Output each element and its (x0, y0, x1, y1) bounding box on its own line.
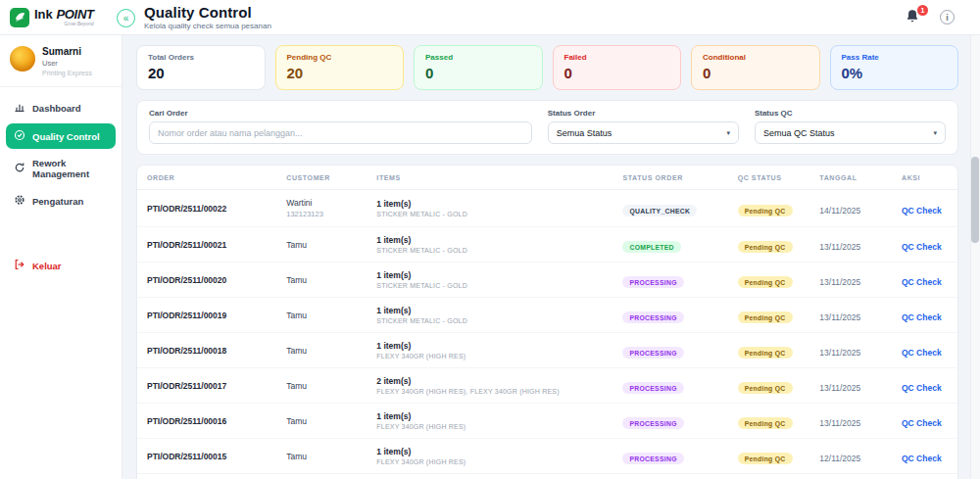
stat-value: 0 (425, 65, 531, 81)
order-date: 13/11/2025 (819, 242, 860, 252)
sidebar-item-quality-control[interactable]: Quality Control (6, 123, 116, 149)
stat-label: Pending QC (287, 53, 393, 62)
stat-card-total-orders: Total Orders20 (136, 45, 266, 90)
sidebar-item-label: Dashboard (32, 103, 81, 114)
qc-status-badge: Pending QC (738, 205, 793, 216)
items-detail: FLEXY 340GR (HIGH RES) (376, 423, 603, 430)
items-detail: FLEXY 340GR (HIGH RES), FLEXY 340GR (HIG… (376, 388, 603, 395)
stat-card-failed: Failed0 (553, 45, 682, 90)
order-number: PTI/ODR/2511/00020 (147, 275, 267, 285)
order-date: 13/11/2025 (819, 418, 860, 428)
sidebar-item-label: Pengaturan (32, 196, 83, 207)
table-body: PTI/ODR/2511/00022Wartini1321231231 item… (137, 190, 957, 474)
sidebar-item-logout[interactable]: Keluar (6, 253, 116, 278)
status-order-badge: PROCESSING (622, 417, 683, 429)
customer-name: Tamu (286, 452, 357, 461)
status-order-select[interactable]: Semua Status ▾ (548, 121, 739, 144)
order-number: PTI/ODR/2511/00021 (147, 240, 267, 250)
user-role: User (42, 59, 92, 68)
user-company: Printing Express (42, 70, 92, 76)
orders-table: OrderCustomerItemsStatus OrderQC StatusT… (137, 166, 957, 474)
search-input[interactable] (149, 121, 532, 144)
table-row: PTI/ODR/2511/00018Tamu1 item(s)FLEXY 340… (137, 333, 957, 368)
orders-table-card: OrderCustomerItemsStatus OrderQC StatusT… (136, 165, 958, 479)
items-detail: FLEXY 340GR (HIGH RES) (376, 458, 603, 465)
qc-check-link[interactable]: QC Check (902, 418, 942, 428)
qc-status-badge: Pending QC (738, 241, 793, 253)
sidebar: Sumarni User Printing Express DashboardQ… (0, 35, 122, 479)
sidebar-item-label: Quality Control (32, 131, 100, 142)
status-order-badge: PROCESSING (622, 347, 683, 359)
brand-logo: Ink POINT Grow Beyond (0, 8, 122, 27)
brand-logo-icon (10, 8, 29, 27)
status-order-value: Semua Status (557, 128, 612, 138)
top-bar: Ink POINT Grow Beyond « Quality Control … (0, 0, 980, 35)
customer-name: Tamu (286, 311, 357, 320)
status-qc-value: Semua QC Status (763, 128, 835, 138)
scrollbar-thumb[interactable] (971, 157, 979, 243)
page-title: Quality Control (144, 4, 271, 21)
gear-icon (14, 194, 25, 208)
customer-name: Tamu (286, 240, 357, 250)
qc-check-link[interactable]: QC Check (902, 348, 942, 358)
table-row: PTI/ODR/2511/00016Tamu1 item(s)FLEXY 340… (137, 404, 957, 439)
qc-check-link[interactable]: QC Check (902, 206, 942, 216)
order-number: PTI/ODR/2511/00016 (147, 416, 267, 426)
items-detail: STICKER METALIC - GOLD (376, 282, 603, 289)
main-content: Total Orders20Pending QC20Passed0Failed0… (122, 35, 980, 479)
status-order-badge: PROCESSING (622, 276, 683, 288)
chevron-down-icon: ▾ (933, 129, 937, 137)
order-date: 13/11/2025 (819, 277, 860, 287)
qc-check-link[interactable]: QC Check (902, 242, 942, 252)
qc-check-link[interactable]: QC Check (902, 277, 942, 287)
chevron-left-double-icon: « (123, 13, 129, 24)
order-number: PTI/ODR/2511/00015 (147, 452, 267, 461)
sidebar-collapse-button[interactable]: « (117, 9, 135, 27)
status-order-label: Status Order (548, 109, 739, 118)
status-order-badge: QUALITY_CHECK (622, 205, 697, 216)
qc-status-badge: Pending QC (738, 417, 793, 429)
scrollbar-track[interactable] (970, 35, 980, 479)
chart-icon (14, 101, 25, 115)
filter-card: Cari Order Status Order Semua Status ▾ S… (136, 100, 958, 155)
sidebar-item-pengaturan[interactable]: Pengaturan (6, 188, 116, 214)
qc-status-badge: Pending QC (738, 276, 793, 288)
stat-label: Passed (425, 53, 531, 62)
qc-check-link[interactable]: QC Check (902, 383, 942, 393)
items-count: 1 item(s) (376, 306, 603, 315)
customer-name: Wartini (286, 198, 357, 208)
order-number: PTI/ODR/2511/00017 (147, 381, 267, 391)
column-header-qc-status: QC Status (728, 166, 810, 190)
status-order-badge: PROCESSING (622, 382, 683, 394)
check-circle-icon (14, 129, 25, 143)
order-date: 13/11/2025 (819, 348, 860, 358)
customer-name: Tamu (286, 381, 357, 391)
order-date: 13/11/2025 (819, 383, 860, 393)
qc-status-badge: Pending QC (738, 347, 793, 359)
qc-check-link[interactable]: QC Check (902, 454, 942, 463)
sidebar-nav: DashboardQuality ControlRework Managemen… (0, 87, 122, 278)
qc-status-badge: Pending QC (738, 311, 793, 323)
items-detail: STICKER METALIC - GOLD (376, 317, 603, 324)
order-number: PTI/ODR/2511/00022 (147, 204, 267, 214)
status-qc-label: Status QC (755, 109, 946, 118)
sidebar-item-label: Rework Management (32, 158, 108, 179)
status-order-badge: PROCESSING (622, 453, 683, 464)
sidebar-item-dashboard[interactable]: Dashboard (6, 95, 116, 120)
notifications-button[interactable]: 1 (905, 9, 922, 26)
items-count: 1 item(s) (376, 411, 603, 421)
qc-check-link[interactable]: QC Check (902, 312, 942, 322)
table-row: PTI/ODR/2511/00019Tamu1 item(s)STICKER M… (137, 298, 957, 333)
items-count: 1 item(s) (376, 235, 603, 245)
sidebar-item-rework-management[interactable]: Rework Management (6, 152, 116, 185)
info-icon: i (946, 13, 949, 23)
items-count: 2 item(s) (376, 376, 603, 386)
column-header-items: Items (367, 166, 612, 190)
chevron-down-icon: ▾ (726, 129, 730, 137)
brand-tagline: Grow Beyond (34, 22, 94, 26)
status-qc-select[interactable]: Semua QC Status ▾ (755, 121, 946, 144)
info-button[interactable]: i (940, 10, 955, 24)
customer-phone: 132123123 (286, 210, 357, 218)
stat-label: Failed (564, 53, 670, 62)
customer-name: Tamu (286, 275, 357, 285)
